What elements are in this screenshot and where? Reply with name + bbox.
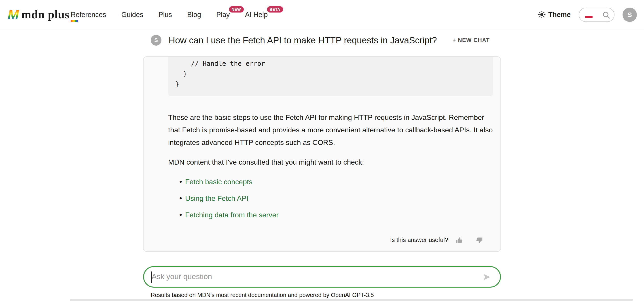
nav-item-guides[interactable]: Guides xyxy=(122,10,143,18)
source-link-fetching-data-from-server[interactable]: Fetching data from the server xyxy=(185,211,278,219)
main-nav-menu: References Guides Plus Blog Play NEW AI … xyxy=(71,0,268,29)
sources-list: Fetch basic concepts Using the Fetch API… xyxy=(168,176,493,222)
source-link-using-the-fetch-api[interactable]: Using the Fetch API xyxy=(185,194,248,202)
ai-help-page: M mdn plus References Guides Plus Blog P… xyxy=(0,0,644,301)
nav-item-ai-help[interactable]: AI Help BETA xyxy=(245,10,268,18)
user-avatar[interactable]: S xyxy=(622,8,637,22)
list-item: Fetch basic concepts xyxy=(168,176,493,188)
code-line: } xyxy=(175,79,486,90)
new-badge: NEW xyxy=(229,6,244,12)
new-chat-button[interactable]: + NEW CHAT xyxy=(452,37,490,44)
ai-answer-card: // Handle the error }} These are the bas… xyxy=(143,56,501,252)
feedback-question: Is this answer useful? xyxy=(390,234,448,246)
thumbs-down-icon xyxy=(476,236,483,244)
thumbs-down-button[interactable] xyxy=(476,236,483,244)
sources-intro: MDN content that I've consulted that you… xyxy=(168,156,493,168)
feedback-row: Is this answer useful? xyxy=(168,234,483,246)
nav-item-references[interactable]: References xyxy=(71,10,106,18)
top-navbar: M mdn plus References Guides Plus Blog P… xyxy=(0,0,644,29)
thumbs-up-icon xyxy=(456,236,463,244)
nav-item-plus[interactable]: Plus xyxy=(158,10,172,18)
sun-icon xyxy=(538,11,546,18)
code-block: // Handle the error }} xyxy=(168,57,493,96)
text-cursor xyxy=(151,272,152,283)
navbar-right-cluster: Theme S xyxy=(538,0,637,29)
nav-item-play[interactable]: Play NEW xyxy=(216,10,230,18)
question-composer xyxy=(143,266,501,288)
code-line: } xyxy=(175,69,486,79)
beta-badge: BETA xyxy=(267,6,283,12)
mdn-plus-logo[interactable]: M mdn plus xyxy=(8,0,78,29)
site-search-input[interactable] xyxy=(579,8,614,22)
list-item: Using the Fetch API xyxy=(168,192,493,205)
chat-question-header: S How can I use the Fetch API to make HT… xyxy=(143,35,501,46)
thumbs-up-button[interactable] xyxy=(456,236,463,244)
nav-item-blog[interactable]: Blog xyxy=(187,10,201,18)
search-shortcut-hint xyxy=(585,16,592,18)
code-line: // Handle the error xyxy=(175,58,486,69)
chat-question-title: How can I use the Fetch API to make HTTP… xyxy=(168,35,437,46)
answer-paragraph: These are the basic steps to use the Fet… xyxy=(168,111,493,149)
svg-text:M: M xyxy=(8,8,19,21)
send-button[interactable] xyxy=(482,272,491,281)
feedback-buttons xyxy=(456,236,483,244)
page-bottom-fade xyxy=(70,299,633,301)
composer-footnote: Results based on MDN's most recent docum… xyxy=(151,292,374,298)
theme-toggle[interactable]: Theme xyxy=(538,10,571,18)
answer-body: These are the basic steps to use the Fet… xyxy=(168,111,493,246)
mdn-rainbow-m-icon: M xyxy=(8,8,19,21)
logo-wordmark: mdn plus xyxy=(22,8,70,21)
magnifier-icon xyxy=(602,10,610,19)
theme-toggle-label: Theme xyxy=(548,10,571,18)
list-item: Fetching data from the server xyxy=(168,209,493,222)
question-avatar: S xyxy=(151,35,162,46)
send-arrow-icon xyxy=(482,272,491,281)
source-link-fetch-basic-concepts[interactable]: Fetch basic concepts xyxy=(185,178,252,186)
ask-question-input[interactable] xyxy=(152,272,482,281)
